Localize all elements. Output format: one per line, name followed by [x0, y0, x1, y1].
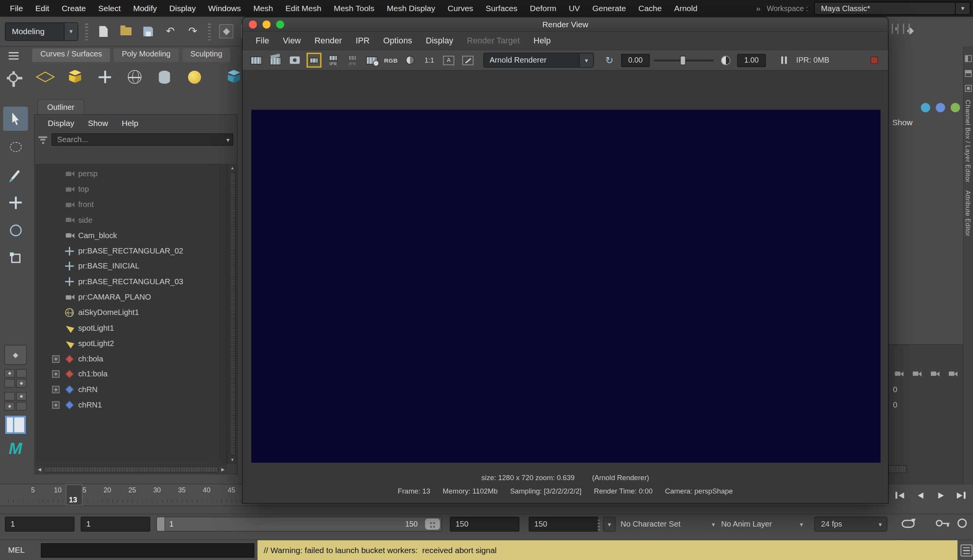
panel-icon[interactable]: [921, 103, 930, 112]
menu-item-file[interactable]: File: [4, 4, 29, 13]
lasso-select-tool[interactable]: [3, 135, 28, 158]
character-set-dropdown[interactable]: No Character Set ▾: [621, 517, 715, 532]
single-pane-layout-button[interactable]: ◆: [4, 345, 27, 365]
menu-item-generate[interactable]: Generate: [586, 4, 632, 13]
outliner-item-ch1-bola[interactable]: +ch1:bola: [35, 367, 228, 382]
two-pane-layout-button[interactable]: ◆ ◆: [4, 392, 27, 411]
snapshot-button[interactable]: [287, 52, 302, 68]
menu-set-selector[interactable]: Modeling ▾: [5, 22, 78, 40]
command-input[interactable]: [41, 543, 254, 558]
scrollbar-thumb[interactable]: [229, 172, 235, 455]
chevron-down-icon[interactable]: ▾: [226, 137, 229, 143]
panel-icon[interactable]: [951, 103, 960, 112]
scroll-down-icon[interactable]: ▼: [230, 456, 234, 464]
scroll-up-icon[interactable]: ▲: [230, 163, 234, 172]
menu-item-mesh-display[interactable]: Mesh Display: [381, 4, 441, 13]
outliner-item-spotlight1[interactable]: spotLight1: [35, 320, 228, 336]
outliner-tab[interactable]: Outliner: [37, 99, 84, 114]
snap-toggle-button[interactable]: [218, 22, 235, 40]
rv-menu-render[interactable]: Render: [308, 36, 349, 45]
scale-tool[interactable]: [3, 246, 28, 270]
panel-icon[interactable]: [936, 103, 945, 112]
range-preset-dropdown[interactable]: ▾: [603, 517, 616, 532]
select-tool[interactable]: [3, 107, 28, 131]
stop-ipr-button[interactable]: [871, 57, 878, 64]
animation-start-field[interactable]: [5, 517, 75, 532]
outliner-item-side[interactable]: side: [35, 212, 228, 228]
render-view-titlebar[interactable]: Render View: [242, 17, 888, 32]
outliner-menu-help[interactable]: Help: [115, 118, 145, 128]
rotate-tool[interactable]: [3, 218, 28, 242]
menu-item-deform[interactable]: Deform: [524, 4, 562, 13]
move-tool[interactable]: [3, 190, 28, 215]
display-alpha-button[interactable]: [403, 52, 418, 68]
menu-item-surfaces[interactable]: Surfaces: [480, 4, 524, 13]
menu-item-mesh[interactable]: Mesh: [247, 4, 279, 13]
toolbar-extra-button-4[interactable]: [908, 24, 910, 33]
expand-icon[interactable]: +: [52, 371, 60, 378]
slider-handle[interactable]: [680, 56, 686, 65]
script-editor-icon[interactable]: [961, 545, 973, 557]
sidebar-toggle-icon[interactable]: [965, 70, 972, 77]
menu-item-modify[interactable]: Modify: [127, 4, 163, 13]
outliner-item-base-inicial[interactable]: pr:BASE_INICIAL: [35, 258, 228, 274]
workspace-selector[interactable]: Maya Classic* ▾: [814, 2, 971, 15]
scroll-right-icon[interactable]: ▶: [219, 467, 227, 472]
range-end-handle[interactable]: [425, 518, 440, 530]
render-current-frame-button[interactable]: [249, 52, 264, 68]
shelf-cube-button[interactable]: [65, 65, 86, 89]
outliner-item-camara-plano[interactable]: pr:CAMARA_PLANO: [35, 290, 228, 305]
step-back-button[interactable]: [911, 487, 930, 504]
animation-end-field[interactable]: [529, 517, 598, 532]
shelf-cylinder-button[interactable]: [154, 65, 175, 89]
outliner-item-spotlight2[interactable]: spotLight2: [35, 336, 228, 351]
layer-icon[interactable]: [930, 370, 941, 378]
toolbar-grip[interactable]: [85, 23, 88, 40]
play-button[interactable]: [931, 487, 950, 504]
timeline-playhead[interactable]: 13: [66, 484, 83, 505]
expand-icon[interactable]: +: [52, 402, 60, 409]
gamma-toggle[interactable]: [718, 52, 733, 68]
layer-icon[interactable]: [948, 370, 958, 378]
rv-menu-view[interactable]: View: [276, 36, 307, 45]
scroll-left-icon[interactable]: ◀: [35, 467, 44, 472]
command-language-toggle[interactable]: MEL: [8, 545, 25, 554]
edit-image-button[interactable]: [461, 52, 476, 68]
menu-item-cache[interactable]: Cache: [632, 4, 668, 13]
range-bar-grip[interactable]: [597, 518, 600, 530]
undo-button[interactable]: ↶: [162, 22, 179, 40]
outliner-item-top[interactable]: top: [35, 182, 228, 197]
outliner-item-chrn1[interactable]: +chRN1: [35, 398, 228, 413]
shelf-interactive-cube-button[interactable]: [223, 65, 244, 89]
playback-loop-icon[interactable]: [901, 520, 915, 528]
shelf-sphere-button[interactable]: [124, 65, 145, 89]
menu-item-windows[interactable]: Windows: [202, 4, 247, 13]
tab-channel-box-layer-editor[interactable]: Channel Box / Layer Editor: [965, 100, 972, 182]
toolbar-grip[interactable]: [208, 23, 211, 40]
sidebar-toggle-icon[interactable]: [965, 85, 972, 92]
outliner-item-base-rectangular-02[interactable]: pr:BASE_RECTANGULAR_02: [35, 243, 228, 258]
menu-item-uv[interactable]: UV: [562, 4, 586, 13]
tab-attribute-editor[interactable]: Attribute Editor: [965, 190, 972, 237]
outliner-item-ch-bola[interactable]: +ch:bola: [35, 351, 228, 367]
rv-menu-ipr[interactable]: IPR: [349, 36, 377, 45]
outliner-item-base-rectangular-03[interactable]: pr:BASE_RECTANGULAR_03: [35, 274, 228, 290]
auto-keyframe-icon[interactable]: [936, 520, 943, 527]
pause-ipr-button[interactable]: [781, 57, 787, 64]
shelf-tab-poly-modeling[interactable]: Poly Modeling: [114, 48, 179, 62]
outliner-item-skydome-light[interactable]: aiSkyDomeLight1: [35, 305, 228, 320]
outliner-vertical-scrollbar[interactable]: ▲ ▼: [228, 163, 237, 464]
outliner-horizontal-scrollbar[interactable]: ◀ ▶: [35, 464, 227, 473]
outliner-item-chrn[interactable]: +chRN: [35, 382, 228, 397]
anim-layer-dropdown[interactable]: No Anim Layer ▾: [721, 517, 803, 532]
go-to-start-button[interactable]: [890, 487, 909, 504]
ipr-render-button[interactable]: IPR: [326, 52, 341, 68]
new-scene-button[interactable]: [95, 22, 112, 40]
paint-select-tool[interactable]: [3, 162, 28, 187]
rv-menu-options[interactable]: Options: [377, 36, 419, 45]
filter-icon[interactable]: [38, 136, 47, 143]
fps-dropdown[interactable]: 24 fps ▾: [814, 517, 888, 532]
outliner-item-persp[interactable]: persp: [35, 166, 228, 182]
render-region-button[interactable]: [307, 53, 322, 68]
outliner-search-input[interactable]: [52, 133, 233, 145]
